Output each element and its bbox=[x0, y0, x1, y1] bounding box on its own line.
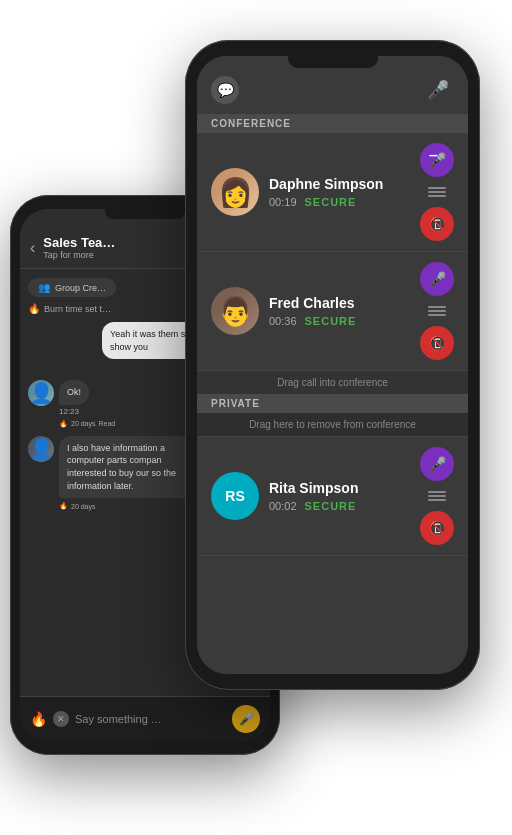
drag-remove-hint: Drag here to remove from conference bbox=[197, 413, 468, 437]
menu-line bbox=[428, 195, 446, 197]
clear-input-button[interactable]: ✕ bbox=[53, 711, 69, 727]
mic-input-button[interactable]: 🎤 bbox=[232, 705, 260, 733]
contact-name-fred: Fred Charles bbox=[269, 295, 410, 311]
menu-line bbox=[428, 187, 446, 189]
front-phone: 💬 🎤 CONFERENCE Daphne Simpson 00:19 SECU… bbox=[185, 40, 480, 690]
chat-input-bar: 🔥 ✕ Say something … 🎤 bbox=[20, 696, 270, 741]
avatar-person2 bbox=[28, 436, 54, 462]
contact-info-daphne: Daphne Simpson 00:19 SECURE bbox=[269, 176, 410, 208]
flame-icon-2: 🔥 bbox=[59, 420, 68, 428]
contact-secure-daphne: SECURE bbox=[305, 196, 357, 208]
conference-contact-fred: Fred Charles 00:36 SECURE 🎤 📵 bbox=[197, 252, 468, 371]
avatar-person1 bbox=[28, 380, 54, 406]
contact-actions-rita: 🎤 📵 bbox=[420, 447, 454, 545]
menu-line bbox=[428, 314, 446, 316]
private-contact-rita: RS Rita Simpson 00:02 SECURE 🎤 📵 bbox=[197, 437, 468, 556]
mic-slash-icon-fred: 🎤 bbox=[429, 271, 446, 287]
avatar-rita: RS bbox=[211, 472, 259, 520]
menu-line bbox=[428, 310, 446, 312]
flame-icon-3: 🔥 bbox=[59, 502, 68, 510]
back-arrow-icon[interactable]: ‹ bbox=[30, 239, 35, 257]
menu-line bbox=[428, 491, 446, 493]
private-section-header: PRIVATE bbox=[197, 394, 468, 413]
menu-line bbox=[428, 191, 446, 193]
burn-text: Burn time set t… bbox=[44, 304, 111, 314]
contact-time-fred: 00:36 bbox=[269, 315, 297, 327]
conference-contact-daphne: Daphne Simpson 00:19 SECURE 🎤 ̶ 📵 bbox=[197, 133, 468, 252]
topbar-mic-button[interactable]: 🎤 bbox=[422, 74, 454, 106]
back-phone-notch bbox=[105, 209, 185, 219]
contact-name-daphne: Daphne Simpson bbox=[269, 176, 410, 192]
menu-line bbox=[428, 499, 446, 501]
flame-input-icon: 🔥 bbox=[30, 711, 47, 727]
mute-button-daphne[interactable]: 🎤 ̶ bbox=[420, 143, 454, 177]
menu-line bbox=[428, 495, 446, 497]
burn-icon: 🔥 bbox=[28, 303, 40, 314]
menu-lines-rita[interactable] bbox=[424, 487, 450, 505]
msg-days-1: 20 days bbox=[71, 420, 96, 427]
contact-info-rita: Rita Simpson 00:02 SECURE bbox=[269, 480, 410, 512]
hangup-button-daphne[interactable]: 📵 bbox=[420, 207, 454, 241]
group-btn-label: Group Cre… bbox=[55, 283, 106, 293]
group-icon: 👥 bbox=[38, 282, 50, 293]
menu-lines-daphne[interactable] bbox=[424, 183, 450, 201]
menu-lines-fred[interactable] bbox=[424, 302, 450, 320]
contact-actions-fred: 🎤 📵 bbox=[420, 262, 454, 360]
avatar-daphne bbox=[211, 168, 259, 216]
drag-into-conference-hint: Drag call into conference bbox=[197, 371, 468, 394]
conference-screen: 💬 🎤 CONFERENCE Daphne Simpson 00:19 SECU… bbox=[197, 56, 468, 674]
msg-timestamp-1: 12:23 bbox=[59, 407, 89, 416]
contact-actions-daphne: 🎤 ̶ 📵 bbox=[420, 143, 454, 241]
avatar-fred bbox=[211, 287, 259, 335]
hangup-button-fred[interactable]: 📵 bbox=[420, 326, 454, 360]
contact-secure-fred: SECURE bbox=[305, 315, 357, 327]
message-input[interactable]: Say something … bbox=[75, 713, 226, 725]
hangup-button-rita[interactable]: 📵 bbox=[420, 511, 454, 545]
contact-name-rita: Rita Simpson bbox=[269, 480, 410, 496]
mic-slash-icon-daphne: 🎤 bbox=[429, 152, 446, 168]
contact-time-row-daphne: 00:19 SECURE bbox=[269, 196, 410, 208]
msg-days-2: 20 days bbox=[71, 503, 96, 510]
contact-time-daphne: 00:19 bbox=[269, 196, 297, 208]
contact-time-row-rita: 00:02 SECURE bbox=[269, 500, 410, 512]
contact-info-fred: Fred Charles 00:36 SECURE bbox=[269, 295, 410, 327]
front-phone-notch bbox=[288, 56, 378, 68]
contact-secure-rita: SECURE bbox=[305, 500, 357, 512]
contact-time-rita: 00:02 bbox=[269, 500, 297, 512]
mic-icon-rita: 🎤 bbox=[429, 456, 446, 472]
app-logo-icon: 💬 bbox=[211, 76, 239, 104]
group-create-button[interactable]: 👥 Group Cre… bbox=[28, 278, 116, 297]
message-bubble-left-1: Ok! bbox=[59, 380, 89, 405]
menu-line bbox=[428, 306, 446, 308]
contact-time-row-fred: 00:36 SECURE bbox=[269, 315, 410, 327]
conference-section-header: CONFERENCE bbox=[197, 114, 468, 133]
mic-button-rita[interactable]: 🎤 bbox=[420, 447, 454, 481]
mute-button-fred[interactable]: 🎤 bbox=[420, 262, 454, 296]
read-label: Read bbox=[99, 420, 116, 427]
